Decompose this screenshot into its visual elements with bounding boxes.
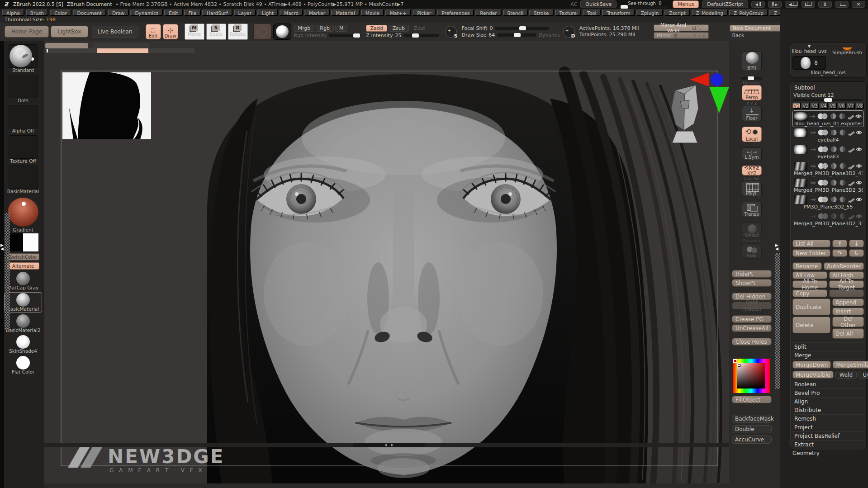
view-toggle-local[interactable]: Local	[740, 123, 764, 142]
weld-button[interactable]: Weld	[835, 371, 857, 379]
mask-option-backfacemask[interactable]: BackfaceMask	[732, 415, 772, 423]
menu-item-picker[interactable]: Picker	[413, 9, 436, 16]
uv-button[interactable]: Uv	[859, 371, 868, 379]
merge-down-button[interactable]: MergeDown	[792, 361, 831, 369]
current-brush-slot[interactable]: SimpleBrush	[830, 44, 864, 55]
paste-button[interactable]: Paste	[829, 289, 864, 297]
lightbox-button[interactable]: LightBox	[51, 26, 88, 38]
z-intensity-slider[interactable]	[403, 34, 439, 37]
scroll-right-icon[interactable]	[391, 444, 394, 446]
rgb-intensity-slider[interactable]	[329, 34, 360, 37]
menu-item-z-polygroup[interactable]: Z_PolyGroup	[729, 9, 768, 16]
seethrough-slider[interactable]: See-through 0	[620, 1, 669, 8]
copy-button[interactable]: Copy	[792, 289, 827, 297]
edit-mode-button[interactable]: ⬚ Edit	[146, 24, 161, 39]
view-toggle-bpr[interactable]: BPR	[740, 47, 764, 71]
section-distribute[interactable]: Distribute	[792, 406, 864, 414]
menu-item-preferences[interactable]: Preferences	[437, 9, 474, 16]
horizontal-scrollbar[interactable]	[353, 443, 425, 447]
tool-action-showpt[interactable]: ShowPt	[732, 279, 772, 287]
stroke-type-preview[interactable]	[273, 24, 291, 40]
color-picker[interactable]	[733, 359, 770, 393]
secondary-color[interactable]	[23, 233, 38, 251]
duplicate-button[interactable]: Duplicate	[792, 298, 830, 315]
sculpt-canvas[interactable]: NEW3DGE G A M E A R T · V F X	[44, 41, 729, 483]
zsub-button[interactable]: Zsub	[389, 25, 409, 32]
subtool-row-icons[interactable]	[809, 145, 863, 153]
view-toggle-transp[interactable]: Transp	[740, 198, 764, 217]
tray-divider[interactable]	[5, 213, 10, 330]
section-merge[interactable]: Merge	[792, 351, 864, 360]
autoreorder-button[interactable]: AutoReorder	[824, 262, 864, 270]
restore-icon[interactable]	[835, 1, 849, 8]
tray-collapse-arrows[interactable]: ▶◀	[0, 243, 4, 251]
stroke-curve-icon[interactable]: S	[445, 26, 457, 38]
dock-right-icon[interactable]: ▸	[768, 1, 782, 8]
menu-item-hardsurf[interactable]: HardSurf	[202, 9, 232, 16]
scale-button[interactable]: S Scale	[206, 24, 226, 40]
menu-item-render[interactable]: Render	[475, 9, 501, 16]
rotate-button[interactable]: R Rotate	[228, 24, 248, 40]
menu-item-draw[interactable]: Draw	[108, 9, 129, 16]
section-bevel-pro[interactable]: Bevel Pro	[792, 389, 864, 397]
subtool-row-icons[interactable]	[809, 195, 863, 204]
menus-button[interactable]: Menus	[673, 0, 699, 8]
menu-item-marker[interactable]: Marker	[304, 9, 330, 16]
visibility-tab-v8[interactable]: V8	[856, 103, 864, 109]
visibility-tab-v7[interactable]: V7	[847, 103, 855, 109]
current-tool-slot[interactable]: ▼ lilou_head_uvs	[792, 44, 826, 55]
move-button[interactable]: M Move	[185, 24, 204, 40]
close-icon[interactable]: ✕	[852, 1, 865, 8]
mirror-button[interactable]: MirrorX Y Z	[654, 32, 709, 39]
list-all-button[interactable]: List All	[792, 240, 830, 247]
dynamic-size-icon[interactable]: D	[563, 26, 575, 38]
menu-item-layer[interactable]: Layer	[234, 9, 256, 16]
delete-button[interactable]: Delete	[792, 317, 830, 333]
section-remesh[interactable]: Remesh	[792, 414, 864, 423]
del-other-button[interactable]: Del Other	[832, 317, 864, 327]
menu-item-light[interactable]: Light	[257, 9, 278, 16]
menu-item-movie[interactable]: Movie	[361, 9, 384, 16]
menu-item-alpha[interactable]: Alpha	[2, 9, 24, 16]
tray-item-texture-off[interactable]: Texture Off	[9, 135, 38, 164]
mask-option-double[interactable]: Double	[732, 425, 772, 433]
tray-item-basicmaterial[interactable]: BasicMaterial	[7, 166, 39, 194]
material-item-skinshade4[interactable]: SkinShade4	[6, 335, 40, 354]
mirror-and-weld-button[interactable]: Mirror And WeldX Y Z	[654, 24, 709, 31]
move-down-button[interactable]: ↓	[849, 240, 864, 247]
menu-item-color[interactable]: Color	[50, 9, 71, 16]
subtool-row-icons[interactable]	[809, 128, 863, 137]
menu-item-material[interactable]: Material	[331, 9, 360, 16]
menu-item-zscript[interactable]: Zscript	[664, 9, 690, 16]
active-tool-thumbnail[interactable]: 8	[792, 56, 826, 70]
menu-item-tool[interactable]: Tool	[583, 9, 601, 16]
draw-size-slider[interactable]	[497, 33, 536, 37]
view-toggle-xyz[interactable]: XYZ	[740, 161, 764, 175]
view-toggle-floor[interactable]: X Y Z Floor	[740, 102, 764, 121]
subtool-row-pm3d-plane3d2-55[interactable]: PM3D_Plane3D2_55	[792, 194, 864, 211]
visibility-tab-v6[interactable]: V6	[838, 103, 846, 109]
move-into-folder-button[interactable]: ↳	[849, 249, 864, 257]
m-button[interactable]: M	[335, 25, 348, 32]
menu-item-transform[interactable]: Transform	[602, 9, 635, 16]
visibility-tab-v2[interactable]: V2	[802, 103, 810, 109]
menu-item-zplugin[interactable]: Zplugin	[636, 9, 664, 16]
subtool-row-eyeball4[interactable]: eyeball4	[792, 127, 864, 144]
rgb-button[interactable]: Rgb	[316, 25, 334, 32]
palette-right-icon[interactable]: ▸	[802, 1, 815, 8]
merge-similar-button[interactable]: MergeSimilar	[833, 361, 868, 369]
menu-item-edit[interactable]: Edit	[164, 9, 182, 16]
new-folder-button[interactable]: New Folder	[792, 249, 830, 257]
subtool-row-merged-pm3d-plane3d2-38[interactable]: Merged_PM3D_Plane3D2_38	[792, 177, 864, 194]
view-toggle-spix-3[interactable]: SPix 3	[740, 72, 764, 80]
main-color[interactable]	[8, 233, 23, 251]
append-button[interactable]: Append	[832, 298, 864, 306]
move-up-button[interactable]: ↑	[832, 240, 847, 247]
rename-button[interactable]: Rename	[792, 262, 822, 270]
alpha-thumbnail[interactable]	[62, 72, 151, 139]
subtool-row-icons[interactable]	[809, 112, 862, 120]
scroll-left-icon[interactable]	[384, 444, 387, 446]
live-boolean-button[interactable]: Live Boolean	[92, 26, 138, 38]
alternate-button[interactable]: Alternate	[7, 262, 39, 270]
menu-item-file[interactable]: File	[184, 9, 201, 16]
